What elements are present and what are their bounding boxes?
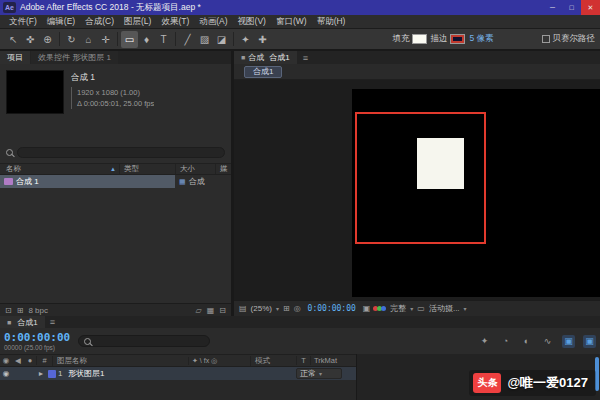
resolution-menu[interactable]: 完整 bbox=[390, 303, 406, 314]
t-column-header[interactable]: T bbox=[296, 356, 310, 365]
layer-label-color[interactable] bbox=[48, 370, 56, 378]
composition-viewer[interactable] bbox=[234, 80, 600, 300]
type-tool-icon[interactable]: T bbox=[155, 31, 172, 48]
toolbar-divider bbox=[117, 32, 118, 46]
panel-menu-icon[interactable]: ≡ bbox=[298, 51, 313, 64]
eraser-tool-icon[interactable]: ◪ bbox=[213, 31, 230, 48]
motion-blur-icon[interactable]: ◐ bbox=[520, 335, 533, 348]
interpret-footage-icon[interactable]: ⊡ bbox=[5, 306, 12, 315]
switches-column-header[interactable]: ✦ \ fx ◎ bbox=[188, 357, 250, 365]
video-column-icon[interactable]: ◉ bbox=[0, 356, 12, 365]
fill-color-swatch[interactable] bbox=[412, 34, 427, 44]
layer-name[interactable]: 形状图层1 bbox=[68, 368, 234, 379]
mask-visibility-icon[interactable]: ◎ bbox=[294, 304, 301, 313]
breadcrumb-comp-button[interactable]: 合成1 bbox=[244, 66, 282, 78]
shape-tool-icon[interactable]: ▭ bbox=[121, 31, 138, 48]
project-panel: 项目 效果控件 形状图层 1 合成 1 1920 x 1080 (1.00) Δ… bbox=[0, 51, 234, 316]
toolbar-divider bbox=[175, 32, 176, 46]
twirl-icon[interactable]: ► bbox=[36, 370, 46, 377]
brush-tool-icon[interactable]: ╱ bbox=[179, 31, 196, 48]
rotation-tool-icon[interactable]: ↻ bbox=[63, 31, 80, 48]
safe-zones-icon[interactable]: ⊞ bbox=[283, 304, 290, 313]
menu-edit[interactable]: 编辑(E) bbox=[42, 16, 80, 28]
magnification-menu[interactable]: (25%) bbox=[251, 304, 272, 313]
bit-depth-button[interactable]: 8 bpc bbox=[28, 306, 48, 315]
chevron-down-icon: ▾ bbox=[319, 370, 322, 377]
viewer-timecode[interactable]: 0:00:00:00 bbox=[308, 304, 356, 313]
search-project-icon[interactable]: ⊞ bbox=[17, 306, 24, 315]
stroke-color-swatch[interactable] bbox=[450, 34, 465, 44]
menu-help[interactable]: 帮助(H) bbox=[312, 16, 351, 28]
comp-flowchart-icon[interactable]: ▣ bbox=[562, 335, 575, 348]
tab-composition[interactable]: ■ 合成 合成1 bbox=[234, 51, 297, 64]
menu-window[interactable]: 窗口(W) bbox=[271, 16, 312, 28]
item-preview: 合成 1 1920 x 1080 (1.00) Δ 0:00:05:01, 25… bbox=[0, 64, 231, 118]
bezier-checkbox[interactable] bbox=[542, 35, 550, 43]
frame-counter: 00000 (25.00 fps) bbox=[4, 344, 70, 351]
active-camera-menu[interactable]: 活动摄... bbox=[429, 303, 460, 314]
project-table-header: 名称 ▲ 类型 大小 媒 bbox=[0, 163, 231, 175]
zoom-tool-icon[interactable]: ⊕ bbox=[39, 31, 56, 48]
composition-canvas[interactable] bbox=[352, 89, 600, 297]
layer-row[interactable]: ◉ ► 1 形状图层1 正常 ▾ bbox=[0, 367, 356, 380]
project-panel-footer: ⊡ ⊞ 8 bpc ▱ ▦ ⊟ bbox=[0, 303, 231, 316]
camera-tool-icon[interactable]: ⌂ bbox=[80, 31, 97, 48]
stroke-width-value[interactable]: 5 像素 bbox=[469, 33, 493, 45]
layer-mode-select[interactable]: 正常 ▾ bbox=[296, 368, 342, 379]
panel-menu-icon[interactable]: ≡ bbox=[45, 316, 60, 328]
window-title: Adobe After Effects CC 2018 - 无标题项目.aep … bbox=[20, 2, 543, 14]
project-item-row[interactable]: 合成 1 ▦ 合成 bbox=[0, 175, 231, 188]
menu-effect[interactable]: 效果(T) bbox=[156, 16, 194, 28]
layer-index: 1 bbox=[58, 369, 68, 378]
roto-brush-tool-icon[interactable]: ✦ bbox=[237, 31, 254, 48]
puppet-pin-tool-icon[interactable]: ✚ bbox=[254, 31, 271, 48]
frame-blending-icon[interactable]: ◔ bbox=[499, 335, 512, 348]
preview-comp-name: 合成 1 bbox=[71, 72, 154, 84]
minimize-button[interactable]: ─ bbox=[543, 0, 562, 15]
project-search-row bbox=[6, 146, 225, 159]
clone-stamp-tool-icon[interactable]: ▨ bbox=[196, 31, 213, 48]
solo-column-icon[interactable]: ● bbox=[24, 356, 36, 365]
menu-file[interactable]: 文件(F) bbox=[4, 16, 42, 28]
menu-layer[interactable]: 图层(L) bbox=[119, 16, 156, 28]
pan-behind-tool-icon[interactable]: ✛ bbox=[97, 31, 114, 48]
close-button[interactable]: ✕ bbox=[581, 0, 600, 15]
grid-options-icon[interactable]: ▤ bbox=[239, 304, 247, 313]
index-column-header[interactable]: # bbox=[36, 356, 52, 365]
channels-icon[interactable] bbox=[374, 306, 386, 311]
snapshot-icon[interactable]: ▣ bbox=[363, 304, 371, 313]
region-of-interest-icon[interactable]: ▭ bbox=[417, 304, 425, 313]
timeline-tabs: ■ 合成1 ≡ bbox=[0, 316, 600, 328]
project-search-input[interactable] bbox=[17, 147, 225, 158]
column-header-type[interactable]: 类型 bbox=[119, 164, 175, 174]
timeline-search-input[interactable] bbox=[78, 335, 210, 347]
timeline-tab-comp1[interactable]: ■ 合成1 bbox=[0, 316, 45, 328]
shape-rectangle-white-fill[interactable] bbox=[417, 138, 464, 189]
audio-column-icon[interactable]: ◀ bbox=[12, 356, 24, 365]
new-folder-icon[interactable]: ▱ bbox=[196, 306, 202, 315]
comp-mini-map-icon[interactable]: ▣ bbox=[583, 335, 596, 348]
column-header-media[interactable]: 媒 bbox=[215, 164, 231, 174]
mode-column-header[interactable]: 模式 bbox=[250, 356, 296, 366]
menu-composition[interactable]: 合成(C) bbox=[80, 16, 119, 28]
timeline-timecode[interactable]: 0:00:00:00 bbox=[4, 332, 70, 344]
menu-view[interactable]: 视图(V) bbox=[233, 16, 271, 28]
layer-visibility-icon[interactable]: ◉ bbox=[0, 369, 12, 378]
trkmat-column-header[interactable]: TrkMat bbox=[310, 356, 356, 365]
column-header-size[interactable]: 大小 bbox=[175, 164, 215, 174]
maximize-button[interactable]: □ bbox=[562, 0, 581, 15]
shy-layers-icon[interactable]: ✦ bbox=[478, 335, 491, 348]
tab-effect-controls[interactable]: 效果控件 形状图层 1 bbox=[31, 51, 118, 64]
delete-icon[interactable]: ⊟ bbox=[219, 306, 226, 315]
menu-animation[interactable]: 动画(A) bbox=[194, 16, 232, 28]
tab-project[interactable]: 项目 bbox=[0, 51, 30, 64]
bezier-path-option[interactable]: 贝赛尔路径 bbox=[542, 33, 596, 45]
selection-tool-icon[interactable]: ↖ bbox=[5, 31, 22, 48]
hand-tool-icon[interactable]: ✜ bbox=[22, 31, 39, 48]
layer-name-column-header[interactable]: 图层名称 bbox=[52, 356, 188, 366]
new-composition-icon[interactable]: ▦ bbox=[207, 306, 215, 315]
pen-tool-icon[interactable]: ♦ bbox=[138, 31, 155, 48]
graph-editor-icon[interactable]: ∿ bbox=[541, 335, 554, 348]
panel-icon: ■ bbox=[241, 54, 245, 61]
column-header-name[interactable]: 名称 ▲ bbox=[0, 164, 119, 174]
